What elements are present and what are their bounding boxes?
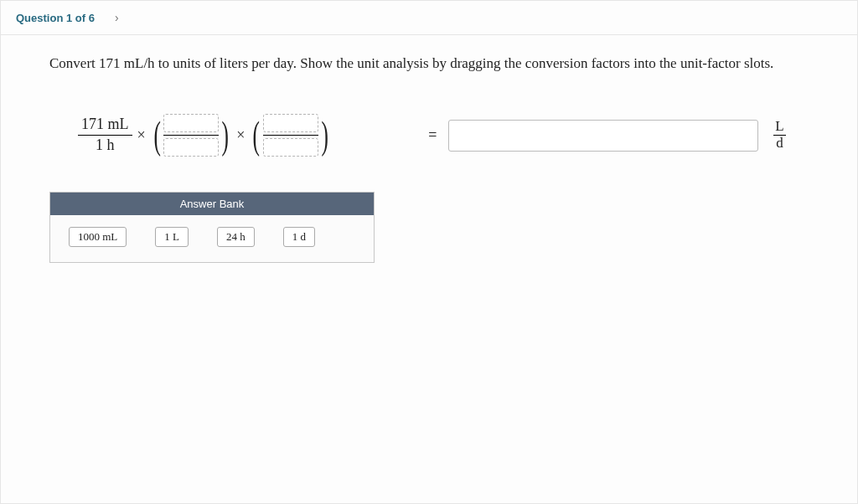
bank-chip[interactable]: 1000 mL	[69, 227, 127, 247]
equation-lhs: 171 mL 1 h × ×	[78, 114, 331, 157]
equation-row: 171 mL 1 h × ×	[49, 114, 809, 157]
slot-1-denominator[interactable]	[163, 138, 219, 157]
equals-sign: =	[428, 126, 437, 144]
result-unit-denominator: d	[773, 135, 785, 152]
given-denominator: 1 h	[78, 135, 132, 155]
equation-rhs: = L d	[428, 119, 809, 151]
times-operator: ×	[132, 126, 151, 144]
result-unit: L d	[773, 119, 785, 151]
given-fraction: 171 mL 1 h	[78, 116, 132, 154]
answer-bank-items: 1000 mL 1 L 24 h 1 d	[50, 215, 374, 262]
slot-2-divider	[263, 135, 318, 136]
content-area: Convert 171 mL/h to units of liters per …	[1, 35, 857, 263]
result-unit-numerator: L	[773, 119, 785, 135]
slot-2-numerator[interactable]	[263, 114, 318, 132]
bank-chip[interactable]: 1 L	[155, 227, 189, 247]
bank-chip[interactable]: 1 d	[283, 227, 315, 247]
slot-1-fraction	[163, 114, 219, 157]
answer-bank-title: Answer Bank	[50, 193, 374, 215]
page: Question 1 of 6 › Convert 171 mL/h to un…	[0, 0, 858, 504]
times-operator: ×	[231, 126, 250, 144]
next-question-button[interactable]: ›	[110, 9, 124, 26]
question-counter: Question 1 of 6	[16, 12, 95, 24]
final-answer-input[interactable]	[448, 120, 758, 152]
question-prompt: Convert 171 mL/h to units of liters per …	[49, 55, 809, 72]
factor-slot-1	[151, 114, 232, 157]
header-bar: Question 1 of 6 ›	[1, 1, 857, 35]
slot-1-numerator[interactable]	[163, 114, 219, 132]
slot-2-fraction	[263, 114, 318, 157]
given-numerator: 171 mL	[78, 116, 132, 135]
slot-1-divider	[163, 135, 219, 136]
bank-chip[interactable]: 24 h	[217, 227, 255, 247]
slot-2-denominator[interactable]	[263, 138, 318, 157]
factor-slot-2	[250, 114, 331, 157]
answer-bank: Answer Bank 1000 mL 1 L 24 h 1 d	[49, 192, 375, 263]
